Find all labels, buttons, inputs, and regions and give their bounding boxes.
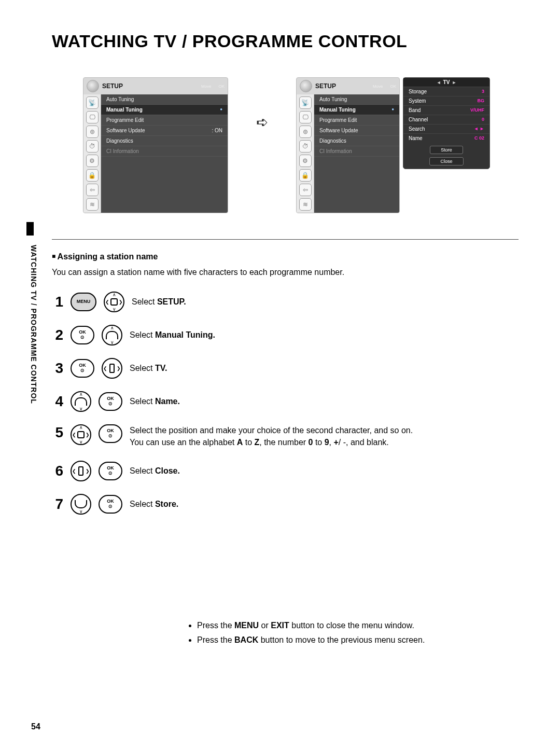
menu-item-programme-edit[interactable]: Programme Edit [314,115,399,126]
page-title: WATCHING TV / PROGRAMME CONTROL [52,31,519,51]
menu-item-auto-tuning[interactable]: Auto Tuning [101,94,228,105]
up-down-nav-icon: ∧∨ [102,325,122,345]
tune-key: Storage [409,89,427,94]
step-number: 2 [52,327,63,343]
menu-label: CI Information [319,148,352,154]
left-right-nav-icon: ❮❯ [71,461,91,481]
osd-hint-ok: OK [218,84,225,89]
audio-icon: ⊚ [86,126,99,138]
setup-logo-icon [87,80,99,92]
picture-icon: 🖵 [299,111,312,123]
page-number: 54 [31,722,40,731]
menu-item-ci-information[interactable]: CI Information [314,146,399,157]
left-arrow-icon[interactable]: ◄ [437,80,441,85]
osd-hint-move: Move [373,84,383,89]
step-text: Select Name. [130,397,180,406]
menu-item-software-update[interactable]: Software Update: ON [101,126,228,136]
menu-item-software-update[interactable]: Software Update [314,126,399,136]
tune-header-label: TV [443,79,450,85]
picture-icon: 🖵 [86,111,99,123]
lock-icon: 🔒 [86,169,99,182]
menu-item-manual-tuning[interactable]: Manual Tuning [314,105,399,115]
osd-menu-list: Auto Tuning Manual Tuning Programme Edit… [314,94,399,213]
tune-key: Channel [409,117,428,122]
menu-label: Diagnostics [319,138,346,144]
menu-item-ci-information[interactable]: CI Information [101,146,228,157]
step-3: 3 OK ⊙ ❮❯ Select TV. [52,358,519,379]
setup-logo-icon [300,80,312,92]
menu-label: CI Information [106,148,139,154]
ok-remote-button-icon: OK ⊙ [99,495,122,514]
osd-menu-left: SETUP Move OK 📡 🖵 ⊚ ⏱ ⚙ 🔒 ⇦ ≋ Auto Tunin… [83,77,228,213]
menu-item-diagnostics[interactable]: Diagnostics [314,136,399,146]
osd-menu-list: Auto Tuning Manual Tuning Programme Edit… [101,94,228,213]
input-icon: ⇦ [86,184,99,196]
step-number: 5 [52,424,63,441]
manual-tuning-panel: ◄ TV ► Storage3 SystemBG BandV/UHF Chann… [403,77,490,169]
step-number: 1 [52,294,63,310]
tune-value[interactable]: V/UHF [470,107,484,113]
ok-remote-button-icon: OK ⊙ [71,359,94,378]
menu-label: Software Update [319,128,358,133]
menu-label: Manual Tuning [106,107,143,113]
step-1: 1 MENU ∧∨❮❯ Select SETUP. [52,292,519,312]
tune-value[interactable]: BG [478,98,485,104]
menu-remote-button-icon: MENU [71,293,96,311]
step-5: 5 ∧∨❮❯ OK ⊙ Select the position and make… [52,424,519,448]
tune-key: System [409,98,426,104]
step-2: 2 OK ⊙ ∧∨ Select Manual Tuning. [52,325,519,345]
screenshots-row: SETUP Move OK 📡 🖵 ⊚ ⏱ ⚙ 🔒 ⇦ ≋ Auto Tunin… [83,77,519,213]
menu-label: Diagnostics [106,138,133,144]
tune-value[interactable]: C 02 [474,135,484,141]
footnote-line: Press the MENU or EXIT button to close t… [197,618,519,632]
store-button[interactable]: Store [430,146,463,154]
menu-label: Programme Edit [319,117,357,123]
side-tab-marker [26,222,34,236]
up-down-nav-icon: ∧∨ [71,391,91,412]
step-7: 7 ∨ OK ⊙ Select Store. [52,494,519,515]
section-heading: Assigning a station name [52,252,519,261]
audio-icon: ⊚ [299,126,312,138]
footnotes: Press the MENU or EXIT button to close t… [52,618,519,646]
step-6: 6 ❮❯ OK ⊙ Select Close. [52,461,519,481]
ok-remote-button-icon: OK ⊙ [71,326,94,344]
menu-label: Manual Tuning [319,107,356,113]
input-icon: ⇦ [299,184,312,196]
step-number: 6 [52,463,63,479]
side-tab: WATCHING TV / PROGRAMME CONTROL [29,226,42,423]
close-button[interactable]: Close [429,157,463,165]
tune-value[interactable]: 3 [482,89,484,94]
lock-icon: 🔒 [299,169,312,182]
ok-remote-button-icon: OK ⊙ [99,424,122,443]
satellite-icon: 📡 [299,96,312,109]
osd-icon-column: 📡 🖵 ⊚ ⏱ ⚙ 🔒 ⇦ ≋ [297,94,314,213]
menu-item-programme-edit[interactable]: Programme Edit [101,115,228,126]
four-way-nav-icon: ∧∨❮❯ [104,292,124,312]
tune-value[interactable]: 0 [482,117,484,122]
right-arrow-icon[interactable]: ► [452,80,456,85]
section-lead: You can assign a station name with five … [52,268,519,277]
step-number: 7 [52,496,63,513]
menu-item-diagnostics[interactable]: Diagnostics [101,136,228,146]
menu-label: Programme Edit [106,117,144,123]
time-icon: ⏱ [299,140,312,153]
tune-key: Search [409,126,425,132]
four-way-nav-icon: ∧∨❮❯ [71,424,91,445]
menu-item-manual-tuning[interactable]: Manual Tuning [101,105,228,115]
menu-item-auto-tuning[interactable]: Auto Tuning [314,94,399,105]
tune-value[interactable]: ◄ ► [474,126,484,132]
step-text: Select Close. [130,466,180,476]
tune-key: Band [409,107,421,113]
down-nav-icon: ∨ [71,494,91,515]
step-text: Select the position and make your choice… [130,424,413,448]
satellite-icon: 📡 [86,96,99,109]
usb-icon: ≋ [299,198,312,211]
menu-label: Software Update [106,128,145,133]
ok-remote-button-icon: OK ⊙ [99,392,122,411]
tune-key: Name [409,135,423,141]
left-right-nav-icon: ❮❯ [102,358,122,379]
menu-label: Auto Tuning [106,96,134,102]
option-icon: ⚙ [86,155,99,167]
osd-hint-move: Move [201,84,212,89]
menu-value: : ON [212,128,222,133]
